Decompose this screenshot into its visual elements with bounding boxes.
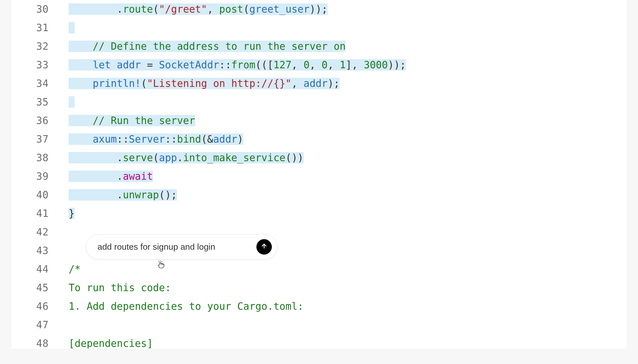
code-line[interactable]: 461. Add dependencies to your Cargo.toml…	[11, 297, 627, 316]
code-content[interactable]: println!("Listening on http://{}", addr)…	[69, 74, 627, 93]
line-number: 40	[11, 186, 69, 204]
code-content[interactable]: .route("/greet", post(greet_user));	[69, 0, 627, 19]
line-number: 30	[11, 0, 69, 19]
code-editor[interactable]: 30 .route("/greet", post(greet_user));31…	[11, 0, 627, 349]
code-line[interactable]: 30 .route("/greet", post(greet_user));	[11, 0, 627, 19]
code-content[interactable]: [dependencies]	[69, 334, 627, 349]
arrow-up-icon	[260, 243, 268, 251]
code-content[interactable]	[69, 316, 627, 334]
line-number: 44	[11, 260, 69, 279]
code-line[interactable]: 36 // Run the server	[11, 111, 627, 130]
line-number: 36	[11, 111, 69, 130]
code-line[interactable]: 37 axum::Server::bind(&addr)	[11, 130, 627, 149]
line-number: 33	[11, 56, 69, 74]
submit-button[interactable]	[256, 239, 272, 255]
code-content[interactable]	[69, 93, 627, 111]
code-line[interactable]: 40 .unwrap();	[11, 186, 627, 204]
line-number: 35	[11, 93, 69, 111]
code-line[interactable]: 44/*	[11, 260, 627, 279]
code-content[interactable]: 1. Add dependencies to your Cargo.toml:	[69, 297, 627, 316]
code-line[interactable]: 35	[11, 93, 627, 111]
prompt-input[interactable]	[97, 242, 256, 252]
line-number: 38	[11, 149, 69, 167]
code-line[interactable]: 39 .await	[11, 167, 627, 186]
line-number: 34	[11, 74, 69, 93]
code-content[interactable]: // Run the server	[69, 111, 627, 130]
line-number: 43	[11, 241, 69, 260]
code-line[interactable]: 31	[11, 19, 627, 37]
code-line[interactable]: 38 .serve(app.into_make_service())	[11, 149, 627, 167]
line-number: 48	[11, 334, 69, 349]
line-number: 41	[11, 204, 69, 223]
line-number: 37	[11, 130, 69, 149]
code-content[interactable]: .unwrap();	[69, 186, 627, 204]
code-line[interactable]: 34 println!("Listening on http://{}", ad…	[11, 74, 627, 93]
code-line[interactable]: 32 // Define the address to run the serv…	[11, 37, 627, 56]
line-number: 42	[11, 223, 69, 241]
line-number: 46	[11, 297, 69, 316]
code-line[interactable]: 45To run this code:	[11, 279, 627, 297]
line-number: 31	[11, 19, 69, 37]
code-content[interactable]: /*	[69, 260, 627, 279]
code-line[interactable]: 48[dependencies]	[11, 334, 627, 349]
code-content[interactable]: .serve(app.into_make_service())	[69, 149, 627, 167]
code-line[interactable]: 47	[11, 316, 627, 334]
line-number: 45	[11, 279, 69, 297]
line-number: 32	[11, 37, 69, 56]
code-content[interactable]: let addr = SocketAddr::from(([127, 0, 0,…	[69, 56, 627, 74]
line-number: 39	[11, 167, 69, 186]
code-line[interactable]: 41}	[11, 204, 627, 223]
code-content[interactable]: To run this code:	[69, 279, 627, 297]
inline-prompt-bar[interactable]	[86, 234, 277, 259]
code-content[interactable]	[69, 19, 627, 37]
code-content[interactable]: // Define the address to run the server …	[69, 37, 627, 56]
code-content[interactable]: axum::Server::bind(&addr)	[69, 130, 627, 149]
line-number: 47	[11, 316, 69, 334]
code-line[interactable]: 33 let addr = SocketAddr::from(([127, 0,…	[11, 56, 627, 74]
code-content[interactable]: }	[69, 204, 627, 223]
cursor-pointer-icon	[157, 260, 166, 269]
code-content[interactable]: .await	[69, 167, 627, 186]
